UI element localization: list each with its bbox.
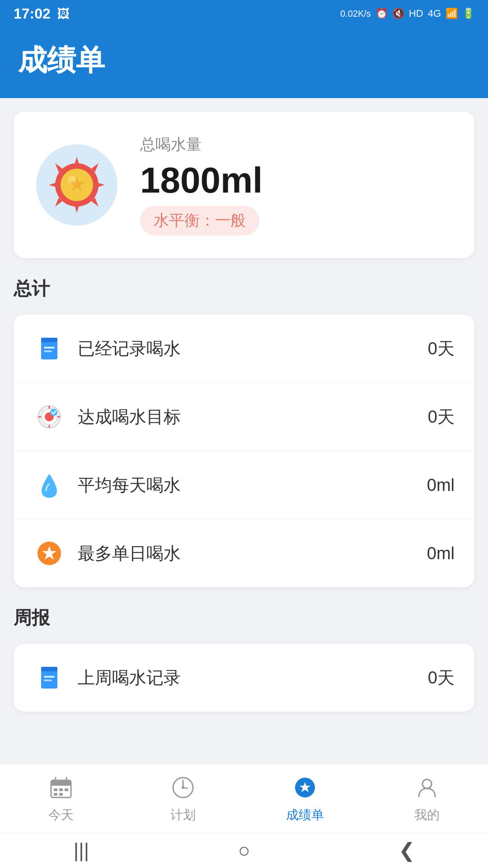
status-network-icon: 4G (428, 8, 441, 19)
total-water-label: 总喝水量 (140, 134, 263, 155)
status-signal-icon: 📶 (446, 8, 458, 19)
badge-icon (36, 144, 117, 226)
status-bar-left: 17:02 🖼 (14, 5, 70, 22)
sys-nav-recent[interactable]: ||| (54, 837, 108, 864)
nav-item-plan[interactable]: 计划 (122, 773, 244, 824)
main-content: 总喝水量 1800ml 水平衡：一般 总计 已经记录喝水 0天 (0, 98, 488, 868)
stat-row-weekly-recorded: 上周喝水记录 0天 (14, 644, 474, 712)
svg-rect-35 (51, 780, 71, 786)
recorded-icon (33, 333, 65, 364)
total-water-value: 1800ml (140, 162, 263, 198)
status-bar: 17:02 🖼 0.02K/s ⏰ 🔇 HD 4G 📶 🔋 (0, 0, 488, 27)
page-title: 成绩单 (18, 41, 470, 80)
app-nav: 今天 计划 成绩单 (0, 764, 488, 832)
nav-label-plan: 计划 (170, 807, 196, 824)
status-mute-icon: 🔇 (392, 8, 404, 19)
stat-label-recorded: 已经记录喝水 (78, 337, 415, 360)
stat-row-goal: 达成喝水目标 0天 (14, 383, 474, 451)
stat-value-avg: 0ml (427, 476, 455, 495)
avg-icon (33, 469, 65, 501)
svg-rect-39 (59, 788, 63, 791)
stat-label-avg: 平均每天喝水 (78, 474, 414, 497)
status-bar-right: 0.02K/s ⏰ 🔇 HD 4G 📶 🔋 (340, 8, 474, 19)
status-battery-icon: 🔋 (462, 8, 474, 19)
stat-value-recorded: 0天 (428, 337, 455, 360)
stat-label-max: 最多单日喝水 (78, 542, 414, 565)
svg-rect-28 (41, 670, 57, 689)
status-speed: 0.02K/s (340, 9, 371, 19)
svg-rect-38 (54, 788, 57, 791)
water-level-badge: 水平衡：一般 (140, 206, 259, 236)
svg-rect-40 (65, 788, 68, 791)
svg-rect-32 (44, 676, 55, 678)
stat-value-goal: 0天 (428, 406, 455, 429)
svg-rect-12 (41, 340, 57, 359)
stat-row-avg: 平均每天喝水 0ml (14, 451, 474, 519)
sys-nav-bar: ||| ○ ❮ (0, 832, 488, 868)
nav-label-report: 成绩单 (286, 807, 324, 824)
sys-nav-home[interactable]: ○ (217, 837, 271, 864)
nav-icon-plan (169, 773, 197, 802)
svg-rect-16 (44, 347, 55, 349)
stat-label-goal: 达成喝水目标 (78, 406, 415, 429)
weekly-recorded-icon (33, 662, 65, 693)
svg-rect-17 (44, 350, 52, 352)
nav-item-today[interactable]: 今天 (0, 773, 122, 824)
nav-icon-report (291, 773, 319, 802)
svg-rect-42 (59, 793, 63, 796)
status-alarm-icon: ⏰ (375, 8, 388, 19)
bottom-combined: 今天 计划 成绩单 (0, 764, 488, 868)
nav-item-report[interactable]: 成绩单 (244, 773, 366, 824)
goal-icon (33, 401, 65, 433)
stat-value-max: 0ml (427, 544, 455, 563)
total-stats-card: 已经记录喝水 0天 达成喝水目标 0天 (14, 315, 474, 587)
page-header: 成绩单 (0, 27, 488, 98)
weekly-stats-card: 上周喝水记录 0天 (14, 644, 474, 712)
stat-row-max: 最多单日喝水 0ml (14, 519, 474, 587)
svg-point-49 (422, 779, 432, 788)
summary-card: 总喝水量 1800ml 水平衡：一般 (14, 112, 474, 258)
nav-label-today: 今天 (48, 807, 74, 824)
status-photo-icon: 🖼 (57, 6, 70, 21)
sys-nav-back[interactable]: ❮ (380, 837, 434, 864)
nav-icon-mine (413, 773, 441, 802)
svg-rect-41 (54, 793, 57, 796)
stat-row-recorded: 已经记录喝水 0天 (14, 315, 474, 383)
max-icon (33, 538, 65, 569)
svg-rect-33 (44, 679, 52, 681)
status-hd-label: HD (409, 8, 423, 19)
nav-item-mine[interactable]: 我的 (366, 773, 488, 824)
svg-rect-15 (41, 338, 57, 342)
section-title-total: 总计 (14, 272, 474, 301)
stat-value-weekly-recorded: 0天 (428, 666, 455, 689)
section-title-weekly: 周报 (14, 601, 474, 630)
nav-icon-today (47, 773, 75, 802)
summary-info: 总喝水量 1800ml 水平衡：一般 (140, 134, 263, 236)
svg-rect-31 (41, 667, 57, 671)
svg-point-25 (50, 409, 57, 416)
status-time: 17:02 (14, 5, 51, 22)
nav-label-mine: 我的 (414, 807, 440, 824)
stat-label-weekly-recorded: 上周喝水记录 (78, 666, 415, 689)
